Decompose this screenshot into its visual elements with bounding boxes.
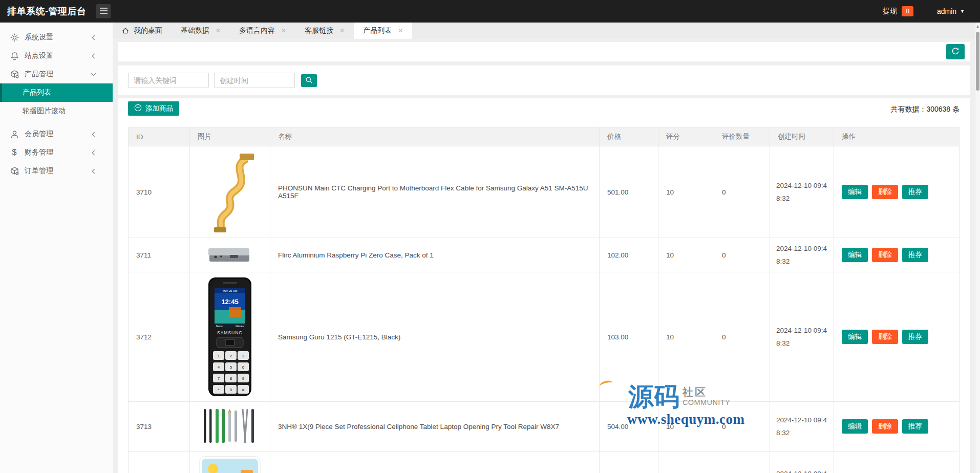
cell-id: 3712 [129, 272, 190, 402]
svg-text:Mon 25 Oct: Mon 25 Oct [223, 289, 238, 292]
sidebar-item-finance[interactable]: $ 财务管理 [0, 143, 113, 162]
table-row: 3714 Quercetti Tablet Creativo, Multi Co… [129, 451, 960, 473]
refresh-toolbar [118, 42, 970, 61]
tab[interactable]: 产品列表 ✕ [354, 23, 412, 39]
add-product-label: 添加商品 [145, 104, 173, 113]
site-icon [9, 51, 19, 61]
svg-text:5: 5 [230, 365, 232, 370]
scrollbar-thumb[interactable] [976, 32, 979, 91]
topbar-right: 提现 0 admin ▼ [883, 6, 980, 16]
app-title: 排单系统-管理后台 [0, 5, 87, 17]
withdraw-link[interactable]: 提现 0 [883, 6, 913, 16]
user-menu[interactable]: admin ▼ [937, 7, 965, 15]
member-icon [9, 130, 19, 139]
add-product-button[interactable]: 添加商品 [128, 101, 179, 116]
cell-rating: 10 [658, 402, 714, 451]
column-header: 评分 [658, 127, 714, 146]
sidebar-item-order[interactable]: 订单管理 [0, 162, 113, 180]
edit-button[interactable]: 编辑 [842, 248, 868, 262]
svg-text:Names: Names [236, 325, 244, 328]
svg-text:1: 1 [218, 354, 220, 358]
cell-created: 2024-12-10 09:48:32 [770, 402, 834, 451]
delete-button[interactable]: 删除 [872, 185, 898, 199]
svg-text:0: 0 [230, 388, 232, 392]
cell-rating: 10 [658, 272, 714, 402]
cell-id: 3710 [129, 146, 190, 238]
recommend-button[interactable]: 推荐 [902, 419, 928, 434]
table-row: 3713 3NH® 1X(9 Piece Set Professional Ce… [129, 402, 960, 451]
cell-actions: 编辑删除推荐 [834, 238, 960, 272]
close-icon[interactable]: ✕ [216, 27, 221, 34]
close-icon[interactable]: ✕ [398, 27, 403, 34]
edit-button[interactable]: 编辑 [842, 330, 868, 344]
cell-reviews: 0 [714, 402, 770, 451]
delete-button[interactable]: 删除 [872, 248, 898, 262]
delete-button[interactable]: 删除 [872, 330, 898, 344]
cell-actions: 编辑删除推荐 [834, 146, 960, 238]
delete-button[interactable]: 删除 [872, 419, 898, 434]
cell-reviews: 0 [714, 451, 770, 473]
chevron-icon [91, 35, 96, 40]
refresh-icon [951, 47, 960, 57]
scroll-up-arrow[interactable]: ▲ [975, 23, 980, 31]
close-icon[interactable]: ✕ [339, 27, 345, 34]
vertical-scrollbar[interactable]: ▲ [975, 23, 980, 473]
cell-reviews: 0 [714, 272, 770, 402]
column-header: ID [129, 127, 190, 146]
product-image-phone: Mon 25 Oct12:45MenuNamesSAMSUNG123456789… [190, 272, 270, 402]
sidebar-item-product[interactable]: 产品管理 [0, 65, 113, 83]
cell-actions: 编辑删除推荐 [834, 402, 960, 451]
edit-button[interactable]: 编辑 [842, 185, 868, 199]
cell-price: 103.00 [600, 272, 658, 402]
recommend-button[interactable]: 推荐 [902, 248, 928, 262]
svg-text:9: 9 [242, 376, 245, 381]
cell-price: 102.00 [600, 238, 658, 272]
svg-text:SAMSUNG: SAMSUNG [217, 330, 243, 335]
table-row: 3710 PHONSUN Main CTC Charging Port to M… [129, 146, 960, 238]
chevron-icon [91, 72, 96, 77]
edit-button[interactable]: 编辑 [842, 419, 868, 434]
cell-created: 2024-12-10 09:48:32 [770, 272, 834, 402]
sidebar-item-member[interactable]: 会员管理 [0, 125, 113, 143]
created-date-input[interactable] [214, 73, 295, 88]
product-list-panel: 添加商品 共有数据：300638 条 ID图片名称价格评分评价数量创建时间操作 … [118, 98, 970, 473]
chevron-icon [91, 53, 96, 59]
sidebar-item-gear[interactable]: 系统设置 [0, 28, 113, 47]
tab[interactable]: 我的桌面 [113, 23, 172, 39]
sidebar-subitem[interactable]: 产品列表 [0, 83, 113, 102]
cell-rating: 10 [658, 451, 714, 473]
svg-text:6: 6 [242, 365, 245, 370]
product-table: ID图片名称价格评分评价数量创建时间操作 3710 PHONSUN Main C… [128, 127, 960, 473]
svg-text:*: * [218, 388, 219, 392]
menu-toggle-button[interactable] [96, 4, 111, 18]
column-header: 名称 [270, 127, 600, 146]
withdraw-badge: 0 [902, 6, 913, 16]
table-row: 3712 Mon 25 Oct12:45MenuNamesSAMSUNG1234… [129, 272, 960, 402]
cell-rating: 10 [658, 238, 714, 272]
hamburger-icon [100, 8, 108, 15]
search-panel [118, 66, 970, 95]
cell-id: 3714 [129, 451, 190, 473]
refresh-button[interactable] [946, 44, 965, 59]
table-header-row: ID图片名称价格评分评价数量创建时间操作 [129, 127, 960, 146]
recommend-button[interactable]: 推荐 [902, 185, 928, 199]
topbar: 排单系统-管理后台 提现 0 admin ▼ [0, 0, 980, 23]
tab[interactable]: 基础数据 ✕ [172, 23, 230, 39]
keyword-input[interactable] [128, 73, 209, 88]
cell-reviews: 0 [714, 238, 770, 272]
sidebar-item-site[interactable]: 站点设置 [0, 47, 113, 65]
close-icon[interactable]: ✕ [281, 27, 286, 34]
recommend-button[interactable]: 推荐 [902, 330, 928, 344]
product-image-toy [190, 451, 270, 473]
finance-icon: $ [9, 148, 19, 157]
sidebar-subitem[interactable]: 轮播图片滚动 [0, 102, 113, 120]
search-button[interactable] [301, 74, 317, 87]
tab[interactable]: 客服链接 ✕ [295, 23, 354, 39]
username: admin [937, 7, 956, 15]
tab[interactable]: 多语言内容 ✕ [230, 23, 295, 39]
total-count: 共有数据：300638 条 [890, 105, 960, 114]
column-header: 图片 [190, 127, 270, 146]
cell-actions: 编辑删除推荐 [834, 272, 960, 402]
svg-text:#: # [242, 388, 245, 392]
svg-text:8: 8 [230, 376, 232, 381]
